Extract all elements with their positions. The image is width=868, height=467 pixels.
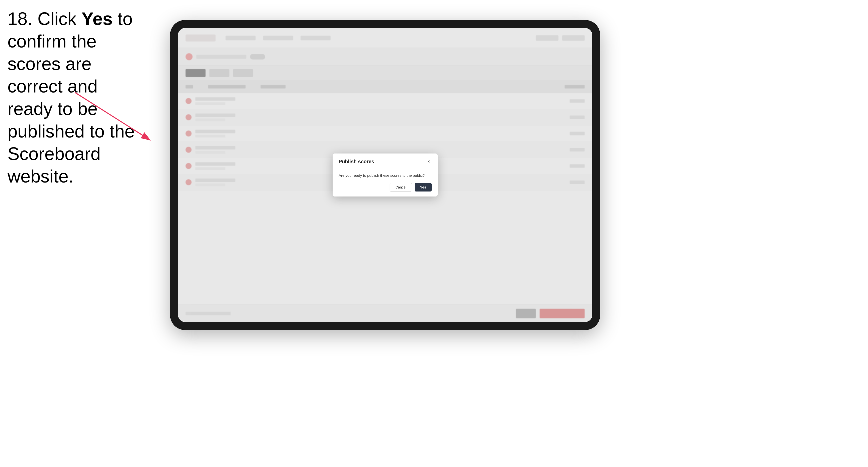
instruction-number: 18. (7, 9, 32, 29)
instruction-text-start: Click (32, 9, 82, 29)
tablet-device: Publish scores × Are you ready to publis… (170, 20, 600, 330)
dialog-message: Are you ready to publish these scores to… (339, 173, 432, 178)
publish-scores-dialog: Publish scores × Are you ready to publis… (333, 154, 438, 196)
dialog-footer: Cancel Yes (333, 183, 438, 196)
instruction-text: 18. Click Yes to confirm the scores are … (7, 7, 148, 187)
tablet-screen: Publish scores × Are you ready to publis… (178, 28, 592, 322)
yes-button[interactable]: Yes (414, 183, 432, 191)
dialog-close-button[interactable]: × (426, 158, 432, 164)
instruction-rest: to confirm the scores are correct and re… (7, 9, 134, 186)
instruction-bold: Yes (82, 9, 113, 29)
dialog-title: Publish scores (339, 159, 374, 164)
cancel-button[interactable]: Cancel (390, 183, 412, 191)
dialog-header: Publish scores × (333, 154, 438, 168)
dialog-body: Are you ready to publish these scores to… (333, 168, 438, 183)
